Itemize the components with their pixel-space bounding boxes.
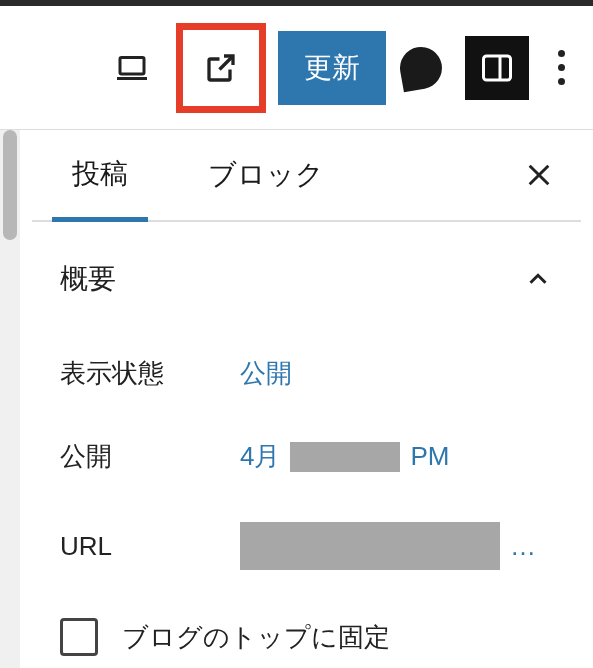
publish-month: 4月	[240, 439, 280, 474]
publish-suffix: PM	[410, 441, 449, 472]
close-icon	[523, 159, 555, 191]
publish-label: 公開	[60, 439, 240, 474]
settings-panel: 投稿 ブロック 概要 表示状態 公開 公開 4月	[20, 130, 593, 668]
settings-sidebar-toggle[interactable]	[465, 36, 529, 100]
settings-tabs: 投稿 ブロック	[32, 130, 581, 222]
toolbar-left-group: 更新	[100, 23, 386, 113]
summary-section-toggle[interactable]: 概要	[32, 222, 581, 322]
jetpack-icon	[397, 43, 446, 92]
stick-to-top-label: ブログのトップに固定	[122, 620, 390, 655]
svg-rect-1	[484, 56, 511, 80]
scrollbar-track[interactable]	[0, 130, 20, 668]
tab-block[interactable]: ブロック	[188, 129, 344, 221]
url-value[interactable]: …	[240, 522, 536, 570]
view-post-button[interactable]	[189, 36, 253, 100]
editor-toolbar: 更新	[0, 6, 593, 130]
visibility-label: 表示状態	[60, 356, 240, 391]
close-panel-button[interactable]	[517, 153, 561, 197]
annotation-highlight	[176, 23, 266, 113]
summary-section-body: 表示状態 公開 公開 4月 PM URL … ブログ	[32, 322, 581, 668]
jetpack-button[interactable]	[389, 36, 453, 100]
scrollbar-thumb[interactable]	[3, 130, 17, 240]
tab-post[interactable]: 投稿	[52, 130, 148, 222]
stick-to-top-row: ブログのトップに固定	[60, 594, 553, 668]
svg-rect-0	[120, 57, 144, 74]
visibility-row: 表示状態 公開	[60, 332, 553, 415]
summary-title: 概要	[60, 260, 116, 298]
redacted-url	[240, 522, 500, 570]
publish-value[interactable]: 4月 PM	[240, 439, 449, 474]
url-ellipsis: …	[510, 531, 536, 562]
visibility-value[interactable]: 公開	[240, 356, 292, 391]
update-button[interactable]: 更新	[278, 31, 386, 105]
publish-row: 公開 4月 PM	[60, 415, 553, 498]
device-preview-button[interactable]	[100, 36, 164, 100]
redacted-date	[290, 442, 400, 472]
kebab-dot-icon	[558, 64, 565, 71]
kebab-dot-icon	[558, 50, 565, 57]
url-label: URL	[60, 531, 240, 562]
chevron-up-icon	[523, 264, 553, 294]
url-row: URL …	[60, 498, 553, 594]
kebab-dot-icon	[558, 78, 565, 85]
panel-container: 投稿 ブロック 概要 表示状態 公開 公開 4月	[0, 130, 593, 668]
laptop-icon	[114, 50, 150, 86]
stick-to-top-checkbox[interactable]	[60, 618, 98, 656]
external-link-icon	[203, 50, 239, 86]
sidebar-icon	[479, 50, 515, 86]
more-options-button[interactable]	[541, 38, 581, 98]
